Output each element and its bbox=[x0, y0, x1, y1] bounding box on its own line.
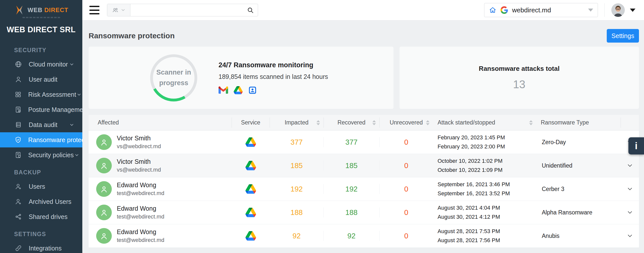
affected-name: Edward Wong bbox=[117, 205, 164, 212]
affected-name: Victor Smith bbox=[117, 158, 161, 165]
sidebar-item-security-policies[interactable]: Security policies bbox=[0, 147, 82, 163]
domain-selector[interactable]: webdirect.md bbox=[484, 3, 598, 17]
service-cell bbox=[232, 131, 270, 154]
search-scope-selector[interactable] bbox=[107, 4, 130, 16]
attacks-total-card: Ransomware attacks total 13 bbox=[400, 47, 639, 109]
logo-wordmark: WEB DIRECT bbox=[27, 7, 68, 14]
column-attack-started-stopped[interactable]: Attack started/stopped bbox=[433, 115, 536, 130]
service-cell bbox=[232, 201, 270, 224]
column-impacted[interactable]: Impacted bbox=[270, 115, 324, 130]
impacted-count: 192 bbox=[270, 177, 324, 201]
unrecovered-count: 0 bbox=[379, 224, 433, 247]
attack-dates: August 30, 2021 4:04 PMAugust 30, 2021 4… bbox=[433, 201, 536, 224]
avatar bbox=[96, 205, 112, 220]
search-icon[interactable] bbox=[243, 4, 258, 16]
sidebar-nav: SECURITY Cloud monitor User audit bbox=[0, 40, 82, 253]
selected-domain: webdirect.md bbox=[512, 6, 584, 14]
sort-icon[interactable] bbox=[426, 120, 430, 125]
user-icon bbox=[15, 76, 22, 83]
page-title: Ransomware protection bbox=[89, 31, 175, 40]
avatar bbox=[96, 158, 112, 173]
service-cell bbox=[232, 224, 270, 247]
sidebar: WEB DIRECT WEB DIRECT SRL SECURITY Cloud… bbox=[0, 0, 82, 253]
sidebar-item-cloud-monitor[interactable]: Cloud monitor bbox=[0, 57, 82, 72]
column-service: Service bbox=[232, 115, 270, 130]
table-row: Edward Wongtest@webdirect.md 92 92 0 Aug… bbox=[89, 224, 639, 248]
ransomware-type: Anubis bbox=[536, 224, 621, 247]
sidebar-item-users[interactable]: Users bbox=[0, 179, 82, 194]
sort-icon[interactable] bbox=[316, 120, 320, 125]
ransomware-type: Zero-Day bbox=[536, 131, 621, 154]
company-logo: WEB DIRECT bbox=[0, 0, 82, 20]
google-drive-icon bbox=[245, 208, 256, 217]
chevron-down-icon[interactable] bbox=[76, 91, 82, 98]
user-add-icon bbox=[15, 198, 22, 205]
shield-check-icon bbox=[15, 136, 22, 144]
policy-document-icon bbox=[15, 151, 22, 159]
affected-name: Victor Smith bbox=[117, 135, 161, 142]
main-area: webdirect.md Ransomware protection Setti… bbox=[82, 0, 644, 253]
chevron-down-icon[interactable] bbox=[74, 152, 80, 158]
recovered-count: 188 bbox=[324, 201, 379, 224]
chevron-down-icon[interactable] bbox=[69, 122, 75, 128]
column-unrecovered[interactable]: Unrecovered bbox=[379, 115, 433, 130]
sidebar-item-data-audit[interactable]: Data audit bbox=[0, 117, 82, 132]
google-drive-icon bbox=[245, 137, 256, 147]
expand-row-icon[interactable] bbox=[626, 209, 633, 216]
avatar bbox=[96, 134, 112, 150]
search-input[interactable] bbox=[130, 4, 243, 16]
column-ransomware-type: Ransomware Type bbox=[536, 115, 621, 130]
settings-button[interactable]: Settings bbox=[607, 29, 639, 43]
user-menu-caret-icon[interactable] bbox=[630, 9, 635, 12]
scanner-progress-ring: Scanner in progress bbox=[149, 53, 198, 103]
avatar bbox=[96, 228, 112, 244]
affected-email: test@webdirect.md bbox=[117, 213, 164, 220]
sort-icon[interactable] bbox=[529, 120, 533, 125]
page-content: Ransomware protection Settings Scanner i… bbox=[82, 20, 644, 253]
sidebar-item-ransomware-protection[interactable]: Ransomware protection bbox=[0, 132, 82, 147]
dropdown-arrow-icon bbox=[588, 9, 593, 12]
attack-dates: August 28, 2021 7:53 PMAugust 28, 2021 7… bbox=[433, 224, 536, 247]
sidebar-item-integrations[interactable]: Integrations bbox=[0, 241, 82, 253]
nav-section-security: SECURITY bbox=[0, 40, 82, 57]
column-recovered[interactable]: Recovered bbox=[324, 115, 379, 130]
attack-dates: September 16, 2021 3:46 PMSeptember 16, … bbox=[433, 177, 536, 201]
logo-tagline bbox=[22, 17, 60, 18]
affected-name: Edward Wong bbox=[117, 228, 164, 236]
sidebar-item-archived-users[interactable]: Archived Users bbox=[0, 194, 82, 209]
app-window: WEB DIRECT WEB DIRECT SRL SECURITY Cloud… bbox=[0, 0, 644, 253]
info-button[interactable]: i bbox=[628, 137, 644, 154]
google-drive-icon bbox=[245, 231, 256, 241]
recovered-count: 185 bbox=[324, 154, 379, 177]
global-search bbox=[107, 4, 258, 16]
attacks-total-label: Ransomware attacks total bbox=[479, 65, 560, 73]
incidents-table: Affected Service Impacted Recovered Unre… bbox=[89, 115, 639, 248]
affected-email: test@webdirect.md bbox=[117, 237, 164, 243]
affected-email: vs@webdirect.md bbox=[117, 143, 161, 150]
recovered-count: 192 bbox=[324, 177, 379, 201]
google-logo-icon bbox=[500, 6, 508, 14]
unrecovered-count: 0 bbox=[379, 201, 433, 224]
topbar-divider bbox=[604, 3, 605, 17]
avatar bbox=[96, 181, 112, 197]
user-avatar[interactable] bbox=[611, 3, 625, 17]
expand-row-icon[interactable] bbox=[626, 162, 633, 169]
sidebar-item-posture-management[interactable]: Posture Management bbox=[0, 102, 82, 117]
recovered-count: 92 bbox=[324, 224, 379, 247]
sidebar-item-risk-assessment[interactable]: Risk Assessment bbox=[0, 87, 82, 102]
google-drive-icon bbox=[234, 86, 243, 94]
topbar: webdirect.md bbox=[82, 0, 644, 20]
menu-toggle-button[interactable] bbox=[89, 6, 99, 14]
sidebar-item-shared-drives[interactable]: Shared drives bbox=[0, 209, 82, 224]
sidebar-item-user-audit[interactable]: User audit bbox=[0, 72, 82, 87]
impacted-count: 377 bbox=[270, 131, 324, 154]
chevron-down-icon[interactable] bbox=[69, 61, 75, 67]
service-cell bbox=[232, 154, 270, 177]
impacted-count: 92 bbox=[270, 224, 324, 247]
expand-row-icon[interactable] bbox=[626, 185, 633, 193]
table-row: Edward Wongtest@webdirect.md 188 188 0 A… bbox=[89, 201, 639, 224]
expand-row-icon[interactable] bbox=[626, 232, 633, 239]
impacted-count: 188 bbox=[270, 201, 324, 224]
sort-icon[interactable] bbox=[372, 120, 376, 125]
column-affected: Affected bbox=[89, 115, 232, 130]
